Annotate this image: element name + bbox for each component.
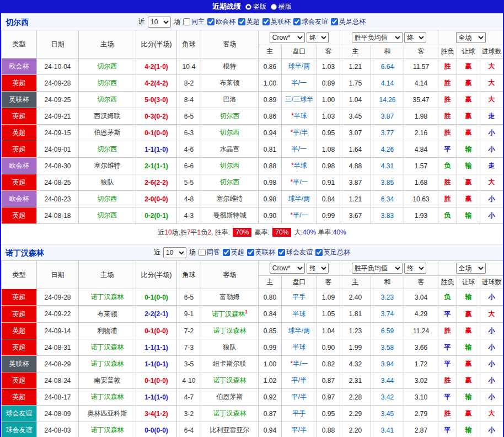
result-winlose: 平 [438, 422, 457, 437]
match-score: 0-1(0-0) [136, 125, 177, 141]
home-team[interactable]: 奥林匹亚科斯 [79, 406, 136, 422]
home-team[interactable]: 切尔西 [79, 207, 136, 224]
avg-type-select[interactable]: 胜平负均值 [352, 263, 403, 274]
odds-company-select[interactable]: Crow* [270, 263, 305, 274]
away-team[interactable]: 比利亚雷亚尔 [201, 422, 259, 437]
same-venue-checkbox[interactable] [199, 249, 206, 256]
away-team[interactable]: 水晶宫 [201, 141, 259, 158]
match-score: 3-4(1-2) [136, 406, 177, 422]
league-checkbox[interactable] [262, 18, 270, 25]
away-team[interactable]: 塞尔维特 [201, 191, 259, 207]
corner-result: 5-5 [177, 174, 201, 191]
handicap-line: *半球 [282, 158, 317, 174]
league-type-badge: 英超 [2, 125, 37, 141]
league-checkbox[interactable] [247, 249, 254, 256]
same-venue-filter[interactable]: 同主 [183, 17, 205, 26]
home-team[interactable]: 利物浦 [79, 323, 136, 339]
away-team[interactable]: 切尔西 [201, 108, 259, 125]
col-type: 类型 [2, 261, 37, 289]
away-team[interactable]: 纽卡斯尔联 [201, 356, 259, 372]
radio-unselected-icon [271, 4, 277, 10]
league-filter[interactable]: 欧会杯 [207, 17, 235, 26]
league-filter[interactable]: 英超 [238, 17, 260, 26]
home-team[interactable]: 切尔西 [79, 75, 136, 92]
scope-select[interactable]: 全场 [456, 263, 486, 274]
home-team[interactable]: 切尔西 [79, 58, 136, 75]
away-team[interactable]: 狼队 [201, 339, 259, 356]
same-venue-filter[interactable]: 同客 [199, 248, 220, 257]
col-handicap-away: 客 [317, 276, 340, 289]
league-type-badge: 英超 [2, 306, 37, 323]
league-checkbox[interactable] [238, 18, 245, 25]
away-team[interactable]: 诺丁汉森林 [201, 406, 259, 422]
league-filter[interactable]: 英超 [223, 248, 244, 257]
odds-final-select[interactable]: 终 [307, 263, 329, 274]
league-checkbox[interactable] [207, 18, 215, 25]
match-row: 球会友谊24-08-03诺丁汉森林0-0(0-0)6-4比利亚雷亚尔0.94平/… [2, 422, 503, 437]
avg-final-select[interactable]: 终 [404, 263, 426, 274]
home-team[interactable]: 切尔西 [79, 92, 136, 108]
away-team[interactable]: 诺丁汉森林 [201, 372, 259, 389]
away-team[interactable]: 伯恩茅斯 [201, 389, 259, 406]
home-team[interactable]: 伯恩茅斯 [79, 125, 136, 141]
away-team[interactable]: 曼彻斯特城 [201, 207, 259, 224]
avg-type-select[interactable]: 胜平负均值 [352, 32, 403, 43]
league-checkbox[interactable] [293, 18, 301, 25]
league-filter[interactable]: 英足总杯 [315, 248, 350, 257]
layout-radio-horizontal[interactable]: 横版 [271, 2, 292, 12]
away-team[interactable]: 切尔西 [201, 158, 259, 174]
handicap-text: 平/半 [292, 426, 307, 434]
handicap-home-odds: 1.00 [259, 75, 282, 92]
away-team[interactable]: 诺丁汉森林1 [201, 306, 259, 323]
league-filter[interactable]: 英联杯 [262, 17, 291, 26]
odds-company-select[interactable]: Crow* [270, 32, 305, 43]
home-team[interactable]: 诺丁汉森林 [79, 339, 136, 356]
league-filter[interactable]: 球会友谊 [293, 17, 328, 26]
home-team[interactable]: 切尔西 [79, 141, 136, 158]
col-score: 比分(半场) [136, 30, 177, 58]
result-handicap: 赢 [457, 191, 480, 207]
home-team[interactable]: 布莱顿 [79, 306, 136, 323]
avg-final-select[interactable]: 终 [404, 32, 426, 43]
league-filter[interactable]: 球会友谊 [278, 248, 313, 257]
league-checkbox[interactable] [278, 249, 285, 256]
away-team[interactable]: 巴洛 [201, 92, 259, 108]
away-team[interactable]: 诺丁汉森林 [201, 323, 259, 339]
handicap-line: 平/半 [282, 372, 317, 389]
match-count-select[interactable]: 10 [148, 17, 171, 28]
team-name: 切尔西 [6, 14, 29, 30]
home-team[interactable]: 狼队 [79, 174, 136, 191]
layout-radio-vertical[interactable]: 竖版 [245, 2, 266, 12]
league-checkbox[interactable] [315, 249, 323, 256]
same-venue-checkbox[interactable] [183, 18, 190, 25]
away-team[interactable]: 切尔西 [201, 174, 259, 191]
away-team[interactable]: 根特 [201, 58, 259, 75]
col-date: 日期 [37, 30, 79, 58]
league-checkbox[interactable] [223, 249, 230, 256]
league-type-badge: 英超 [2, 174, 37, 191]
league-filter[interactable]: 英足总杯 [331, 17, 366, 26]
away-team[interactable]: 切尔西 [201, 125, 259, 141]
summary-text: 2 [207, 228, 211, 236]
home-team[interactable]: 诺丁汉森林 [79, 389, 136, 406]
corner-result: 4-8 [177, 191, 201, 207]
scope-select[interactable]: 全场 [456, 32, 486, 43]
home-team[interactable]: 诺丁汉森林 [79, 289, 136, 306]
away-team[interactable]: 布莱顿 [201, 75, 259, 92]
handicap-home-odds: 0.92 [259, 389, 282, 406]
away-team[interactable]: 富勒姆 [201, 289, 259, 306]
league-checkbox[interactable] [331, 18, 338, 25]
league-filter[interactable]: 英联杯 [247, 248, 275, 257]
match-count-select[interactable]: 10 [163, 247, 186, 258]
home-team[interactable]: 塞尔维特 [79, 158, 136, 174]
home-team[interactable]: 切尔西 [79, 191, 136, 207]
red-card-mark: 1 [245, 309, 248, 315]
match-date: 24-08-30 [37, 158, 79, 174]
odds-final-select[interactable]: 终 [307, 32, 329, 43]
home-team[interactable]: 南安普敦 [79, 372, 136, 389]
result-goals: 大 [480, 75, 503, 92]
home-team[interactable]: 诺丁汉森林 [79, 422, 136, 437]
avg-draw-odds: 4.14 [371, 75, 404, 92]
home-team[interactable]: 诺丁汉森林 [79, 356, 136, 372]
home-team[interactable]: 西汉姆联 [79, 108, 136, 125]
